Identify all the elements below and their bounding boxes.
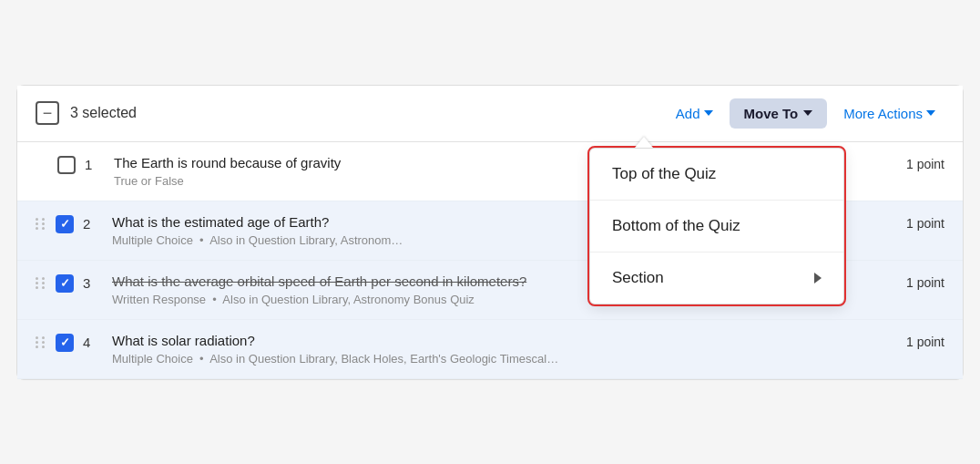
table-row: 4 What is solar radiation? Multiple Choi…	[17, 320, 963, 379]
question-1-number: 1	[85, 157, 105, 172]
question-3-number: 3	[83, 275, 103, 291]
move-to-chevron-icon	[803, 110, 812, 116]
selected-count: 3 selected	[70, 105, 667, 121]
question-4-points: 1 point	[906, 335, 944, 349]
dropdown-item-top-label: Top of the Quiz	[612, 165, 716, 183]
deselect-all-button[interactable]	[36, 101, 59, 125]
main-container: 3 selected Add Move To More Actions Top …	[16, 85, 964, 380]
question-4-number: 4	[83, 335, 103, 350]
question-3-checkbox[interactable]	[56, 274, 74, 293]
dropdown-item-section-label: Section	[612, 269, 664, 287]
question-1-points: 1 point	[906, 157, 944, 171]
move-to-dropdown: Top of the Quiz Bottom of the Quiz Secti…	[589, 137, 844, 304]
more-actions-button[interactable]: More Actions	[834, 100, 944, 127]
add-button[interactable]: Add	[667, 100, 722, 127]
question-4-content: What is solar radiation? Multiple Choice…	[112, 333, 897, 366]
section-chevron-icon	[814, 273, 822, 284]
drag-handle-3[interactable]	[36, 277, 46, 289]
header-actions: Add Move To More Actions	[667, 98, 944, 129]
question-2-checkbox[interactable]	[56, 215, 74, 233]
move-to-button[interactable]: Move To	[730, 98, 828, 129]
question-2-number: 2	[83, 216, 103, 232]
dropdown-arrow	[635, 137, 653, 148]
more-actions-label: More Actions	[843, 106, 923, 121]
drag-handle-4[interactable]	[36, 336, 46, 348]
dropdown-item-top[interactable]: Top of the Quiz	[590, 149, 843, 201]
question-3-points: 1 point	[906, 275, 944, 290]
more-actions-chevron-icon	[926, 110, 935, 116]
dropdown-item-bottom[interactable]: Bottom of the Quiz	[590, 201, 843, 253]
header-bar: 3 selected Add Move To More Actions Top …	[17, 86, 963, 142]
question-4-checkbox[interactable]	[56, 334, 74, 352]
dropdown-menu: Top of the Quiz Bottom of the Quiz Secti…	[589, 148, 844, 304]
question-1-checkbox[interactable]	[57, 156, 76, 174]
add-chevron-icon	[704, 110, 713, 116]
add-label: Add	[676, 106, 700, 121]
drag-handle-2[interactable]	[36, 218, 46, 230]
dropdown-item-section[interactable]: Section	[590, 253, 843, 304]
question-2-points: 1 point	[906, 216, 944, 231]
move-to-label: Move To	[744, 106, 799, 121]
dropdown-item-bottom-label: Bottom of the Quiz	[612, 217, 740, 235]
question-4-title: What is solar radiation?	[112, 333, 897, 348]
question-4-meta: Multiple Choice • Also in Question Libra…	[112, 352, 897, 366]
